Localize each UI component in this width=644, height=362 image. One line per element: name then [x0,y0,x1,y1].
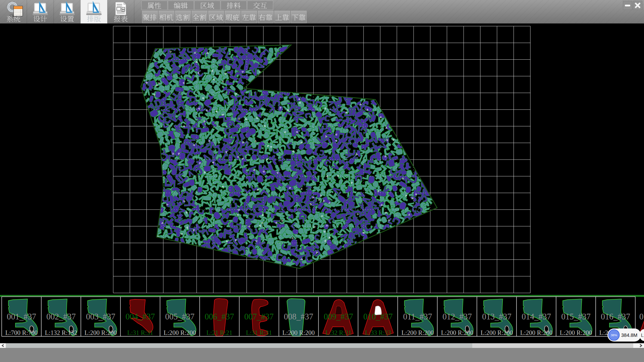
svg-text:L:132 R:132: L:132 R:132 [45,329,77,336]
svg-text:002_#37: 002_#37 [46,312,76,321]
svg-text:L:200 R:200: L:200 R:200 [520,329,553,336]
svg-text:L:: L: [641,333,644,338]
svg-text:L:200 R:200: L:200 R:200 [560,329,592,336]
svg-text:38%: 38% [611,333,618,337]
svg-text:L:700 R:700: L:700 R:700 [5,329,38,336]
svg-text:014_#37: 014_#37 [522,312,551,321]
svg-text:007_#37: 007_#37 [244,312,274,321]
svg-text:0: 0 [639,312,644,321]
svg-text:016_#37: 016_#37 [601,312,630,321]
svg-text:L:200 R:200: L:200 R:200 [85,329,117,336]
svg-text:L:33 R:33: L:33 R:33 [365,329,391,336]
svg-text:L:200 R:200: L:200 R:200 [164,329,196,336]
svg-text:004_#37: 004_#37 [125,312,155,321]
svg-text:L:200 R:200: L:200 R:200 [401,329,434,336]
svg-text:006_#37: 006_#37 [205,312,234,321]
svg-text:L:31 R:31: L:31 R:31 [127,329,153,336]
svg-text:L:200 R:200: L:200 R:200 [282,329,315,336]
svg-text:009_#37: 009_#37 [324,312,353,321]
svg-text:011_#37: 011_#37 [403,312,432,321]
svg-text:003_#37: 003_#37 [86,312,115,321]
svg-text:384.8M: 384.8M [621,333,637,338]
svg-text:L:21 R:21: L:21 R:21 [206,329,232,336]
svg-text:013_#37: 013_#37 [482,312,512,321]
svg-text:L:200 R:200: L:200 R:200 [481,329,513,336]
svg-text:005_#37: 005_#37 [165,312,195,321]
svg-text:L:200 R:200: L:200 R:200 [441,329,474,336]
svg-text:010_#37: 010_#37 [363,312,393,321]
svg-text:015_#37: 015_#37 [561,312,591,321]
svg-text:001_#37: 001_#37 [7,312,36,321]
svg-text:008_#37: 008_#37 [284,312,313,321]
svg-text:012_#37: 012_#37 [442,312,472,321]
svg-text:L:31 R:31: L:31 R:31 [246,329,272,336]
svg-text:L:32 R:31: L:32 R:31 [325,329,352,336]
